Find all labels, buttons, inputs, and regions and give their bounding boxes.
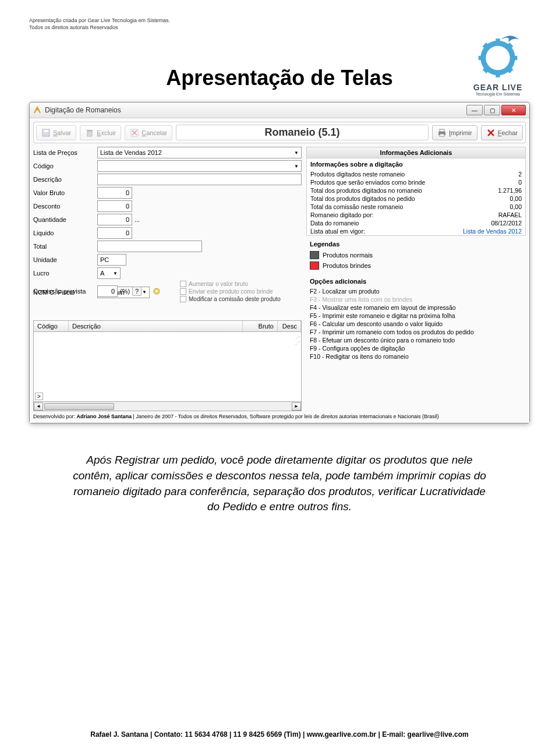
svg-point-9: [37, 109, 38, 111]
resize-handle[interactable]: ⋰⋰: [295, 335, 300, 345]
products-table: Código Descrição Bruto Desc ⋰⋰ >: [33, 320, 302, 402]
info-row: Produtos que serão enviados como brinde0: [307, 178, 525, 186]
codigo-dropdown[interactable]: ▼: [97, 160, 302, 172]
quantidade-more-button[interactable]: ...: [135, 216, 140, 223]
search-ncm-button[interactable]: [152, 287, 162, 298]
quantidade-input[interactable]: [97, 214, 132, 225]
desconto-input[interactable]: [97, 200, 132, 212]
screen-label: Romaneio (5.1): [176, 125, 429, 140]
save-button[interactable]: Salvar: [36, 125, 76, 140]
horizontal-scrollbar[interactable]: ◄ ►: [33, 402, 302, 411]
chk-modificar[interactable]: Modificar a comissão deste produto: [180, 296, 281, 302]
cancel-button[interactable]: Cancelar: [125, 125, 172, 140]
company-logo: GEAR LIVE Tecnologia Em Sistemas: [472, 29, 524, 96]
shortcut-item: F7 - Imprimir um romaneio com todos os p…: [306, 328, 526, 336]
window-titlebar[interactable]: Digitação de Romaneios — ▢ ✕: [30, 103, 529, 118]
maximize-button[interactable]: ▢: [484, 105, 500, 115]
print-button[interactable]: Imprimir: [432, 125, 477, 140]
liquido-input[interactable]: [97, 227, 132, 239]
scroll-thumb[interactable]: [44, 403, 114, 410]
chevron-down-icon: ▼: [113, 271, 118, 276]
label-lista-precos: Lista de Preços: [33, 149, 97, 156]
col-descricao[interactable]: Descrição: [69, 321, 243, 331]
page-title: Apresentação de Telas: [29, 66, 530, 90]
info-row: Data do romaneio08/12/2012: [307, 219, 525, 227]
search-gear-icon: [152, 287, 162, 297]
col-bruto[interactable]: Bruto: [243, 321, 278, 331]
svg-rect-12: [87, 131, 92, 136]
info-row: Produtos digitados neste romaneio2: [307, 170, 525, 178]
delete-button[interactable]: Excluir: [80, 125, 121, 140]
toolbar: Salvar Excluir Cancelar Romaneio (5.1) I…: [33, 122, 526, 143]
scroll-left-button[interactable]: ◄: [34, 402, 43, 411]
contact-footer: Rafael J. Santana | Contato: 11 5634 476…: [0, 730, 559, 739]
shortcut-item: F10 - Redigitar os itens do romaneio: [306, 352, 526, 361]
copyright-header: Apresentação criada por Gear Live Tecnol…: [29, 17, 530, 31]
col-desc[interactable]: Desc: [278, 321, 301, 331]
shortcut-item: F2 - Localizar um produto: [306, 287, 526, 295]
window-title: Digitação de Romaneios: [45, 106, 121, 114]
trash-icon: [85, 128, 94, 137]
scroll-right-button[interactable]: ►: [292, 402, 301, 411]
info-header: Informações Adicionais: [307, 147, 525, 158]
info-subheader: Informações sobre a digitação: [307, 158, 525, 170]
label-lucro: Lucro: [33, 270, 97, 277]
svg-rect-16: [440, 129, 444, 132]
chevron-down-icon: ▼: [294, 164, 299, 169]
legend-brinde: Produtos brindes: [306, 260, 526, 271]
info-row: Lista atual em vigor:Lista de Vendas 201…: [307, 227, 525, 235]
label-liquido: Liquido: [33, 229, 97, 236]
info-row: Romaneio digitado por:RAFAEL: [307, 211, 525, 219]
row-marker: >: [35, 393, 43, 400]
save-icon: [41, 128, 51, 137]
minimize-button[interactable]: —: [466, 105, 483, 115]
comissao-input[interactable]: [97, 285, 118, 297]
descricao-input[interactable]: [97, 174, 302, 185]
col-codigo[interactable]: Código: [34, 321, 69, 331]
opcoes-header: Opções adicionais: [306, 275, 526, 287]
gear-icon: [472, 29, 524, 82]
info-row: Total dos produtos digitados no romaneio…: [307, 186, 525, 195]
label-valor-bruto: Valor Bruto: [33, 189, 97, 196]
unidade-input[interactable]: [97, 254, 126, 266]
svg-rect-3: [479, 56, 485, 60]
shortcut-item: F5 - Imprimir este romaneio e digitar na…: [306, 312, 526, 320]
svg-point-0: [483, 43, 512, 72]
lucro-dropdown[interactable]: A▼: [97, 267, 121, 279]
close-button[interactable]: ✕: [501, 105, 526, 115]
label-quantidade: Quantidade: [33, 216, 97, 223]
help-button[interactable]: ?: [132, 287, 141, 296]
valor-bruto-input[interactable]: [97, 187, 132, 199]
svg-rect-2: [496, 71, 500, 77]
svg-rect-4: [511, 56, 518, 60]
chevron-down-icon: ▼: [294, 150, 299, 156]
label-total: Total: [33, 243, 97, 250]
close-icon: [486, 128, 496, 137]
shortcut-item: F9 - Configura opções de digitação: [306, 344, 526, 352]
total-input[interactable]: [97, 241, 202, 252]
app-icon: [33, 106, 41, 114]
close-form-button[interactable]: Fechar: [481, 125, 523, 140]
svg-rect-1: [496, 38, 500, 45]
label-comissao: Comissão prevista: [33, 288, 97, 295]
info-row: Total dos produtos digitados no pedido0,…: [307, 195, 525, 203]
label-codigo: Código: [33, 162, 97, 169]
legend-normal: Produtos normais: [306, 250, 526, 260]
cancel-icon: [130, 128, 139, 137]
shortcut-item: F6 - Calcular um desconto usando o valor…: [306, 320, 526, 328]
svg-rect-13: [87, 130, 93, 131]
shortcut-item: F3 - Mostrar uma lista com os brindes: [306, 295, 526, 303]
svg-rect-17: [440, 134, 444, 136]
shortcut-item: F4 - Visualizar este romaneio em layout …: [306, 303, 526, 312]
printer-icon: [437, 128, 447, 137]
svg-rect-11: [44, 130, 48, 132]
svg-point-19: [155, 290, 158, 292]
chk-brinde[interactable]: Enviar este produto como brinde: [180, 288, 281, 295]
chevron-down-icon: ▼: [142, 289, 147, 295]
info-row: Total da comissão neste romaneio0,00: [307, 203, 525, 211]
chk-aumentar[interactable]: Aumentar o valor bruto: [180, 281, 281, 287]
legendas-header: Legendas: [306, 238, 526, 250]
label-unidade: Unidade: [33, 256, 97, 263]
description-text: Após Registrar um pedido, você pode dire…: [70, 453, 489, 514]
lista-precos-dropdown[interactable]: Lista de Vendas 2012▼: [97, 147, 302, 158]
